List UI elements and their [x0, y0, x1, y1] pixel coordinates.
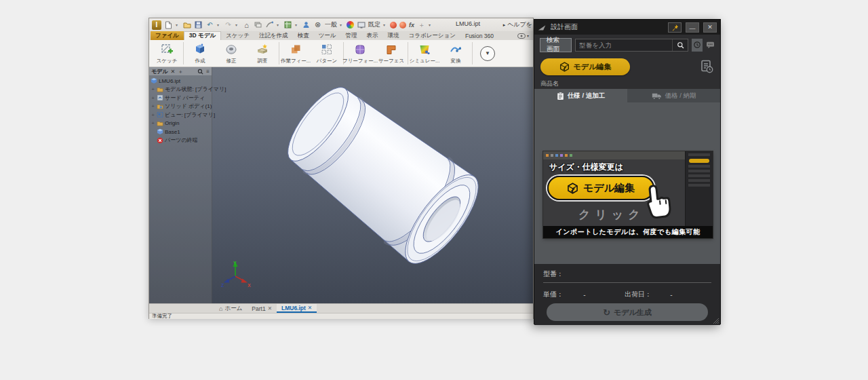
- doc-tab-home[interactable]: ⌂ ホーム: [214, 304, 247, 313]
- ribbon-button-work-features[interactable]: 作業フィー...: [280, 40, 311, 66]
- doc-tab-lmu6[interactable]: LMU6.ipt ✕: [277, 304, 317, 313]
- tree-item-end-of-part[interactable]: パーツの終端: [149, 136, 212, 145]
- color-wheel-icon[interactable]: [347, 21, 354, 28]
- browser-tree: LMU6.ipt + モデル状態: [プライマリ] + サード パーティ + ソ…: [149, 75, 212, 145]
- help-label[interactable]: ヘルプを: [507, 20, 532, 29]
- tab-fusion360[interactable]: Fusion 360: [460, 31, 498, 40]
- tree-item-solid-bodies[interactable]: + ソリッド ボディ(1): [149, 102, 212, 111]
- home-tab-icon: ⌂: [219, 305, 222, 312]
- tree-item-base1[interactable]: Base1: [149, 128, 212, 136]
- close-button[interactable]: ✕: [703, 22, 717, 33]
- tab-price[interactable]: 価格 / 納期: [627, 89, 720, 102]
- tab-environments[interactable]: 環境: [383, 31, 404, 40]
- undo-caret-icon[interactable]: ▾: [217, 22, 221, 27]
- tree-item-view[interactable]: + ビュー: [プライマリ]: [149, 111, 212, 119]
- tab-sketch[interactable]: スケッチ: [221, 31, 254, 40]
- tabrow-camera-control[interactable]: ▾: [517, 31, 533, 40]
- ribbon-button-create[interactable]: 作成: [184, 40, 216, 66]
- browser-close-icon[interactable]: ✕: [171, 69, 176, 75]
- close-tab-icon[interactable]: ✕: [308, 305, 312, 311]
- model-edit-button[interactable]: モデル編集: [540, 58, 630, 75]
- new-caret-icon[interactable]: ▾: [176, 22, 180, 27]
- display-icon[interactable]: [357, 20, 366, 29]
- search-submit-button[interactable]: [672, 39, 688, 51]
- ribbon-expand-button[interactable]: ▼: [480, 46, 495, 61]
- redo-icon[interactable]: ↷: [224, 20, 233, 29]
- expander-icon[interactable]: +: [151, 112, 155, 118]
- ribbon-button-simulation[interactable]: シミュレー...: [409, 40, 440, 66]
- ribbon-separator: [472, 42, 473, 64]
- appearance-dropdown[interactable]: 既定: [368, 20, 380, 29]
- tab-collaborate[interactable]: コラボレーション: [404, 31, 460, 40]
- tab-tools[interactable]: ツール: [314, 31, 341, 40]
- document-history-button[interactable]: [699, 59, 714, 74]
- redo-caret-icon[interactable]: ▾: [235, 22, 239, 27]
- user-icon[interactable]: [302, 20, 311, 29]
- layers-icon[interactable]: [254, 20, 262, 29]
- promo-mini-panel: [685, 151, 713, 226]
- model-edit-promo-banner[interactable]: サイズ・仕様変更は モデル編集 クリック インポートしたモデルは、何度でも編集可…: [543, 151, 713, 238]
- pin-button[interactable]: [668, 22, 682, 33]
- inventor-logo-icon[interactable]: I: [152, 20, 161, 30]
- browser-menu-icon[interactable]: ≡: [206, 69, 210, 75]
- ribbon-button-sketch[interactable]: スケッチ: [151, 40, 182, 66]
- ribbon-button-freeform[interactable]: フリーフォー...: [344, 40, 376, 66]
- ribbon-button-modify[interactable]: 修正: [216, 40, 247, 66]
- tree-item-model-states[interactable]: + モデル状態: [プライマリ]: [149, 86, 212, 94]
- expander-icon[interactable]: +: [151, 86, 155, 92]
- default-caret-icon[interactable]: ▾: [383, 22, 387, 27]
- material-dropdown[interactable]: 一般: [325, 20, 337, 29]
- general-caret-icon[interactable]: ▾: [340, 22, 344, 27]
- sweep-icon[interactable]: [265, 20, 274, 29]
- tree-item-root[interactable]: LMU6.ipt: [149, 77, 212, 86]
- wheel-icon[interactable]: ⊗: [313, 20, 322, 29]
- tree-item-third-party[interactable]: + サード パーティ: [149, 94, 212, 102]
- tab-inspect[interactable]: 検査: [293, 31, 314, 40]
- qat-caret-icon[interactable]: ▾: [429, 22, 433, 27]
- ribbon-button-convert[interactable]: 変換: [440, 40, 471, 66]
- viewport-3d[interactable]: モデル ✕ ＋ ≡ LMU6.ipt + モデル状態: [プライマリ] +: [149, 67, 533, 303]
- comment-button[interactable]: [706, 41, 715, 49]
- home-icon[interactable]: ⌂: [242, 20, 251, 29]
- browser-search-icon[interactable]: [197, 69, 203, 75]
- appearance-orb-icon[interactable]: [390, 22, 397, 28]
- ribbon-button-pattern[interactable]: パターン: [311, 40, 342, 66]
- help-area[interactable]: ▸ヘルプを: [503, 20, 532, 29]
- undo-icon[interactable]: ↶: [205, 20, 214, 29]
- tab-spec[interactable]: 仕様 / 追加工: [534, 89, 627, 102]
- panel-footer: 型番： 単価： - 出荷日： - ↻ モデル生成: [534, 264, 720, 325]
- part-number-input[interactable]: [576, 39, 672, 51]
- panel-title: 設計画面: [551, 22, 578, 32]
- tab-manage[interactable]: 管理: [341, 31, 362, 40]
- ribbon-button-inspect[interactable]: 調査: [247, 40, 278, 66]
- close-tab-icon[interactable]: ✕: [268, 305, 272, 311]
- browser-add-icon[interactable]: ＋: [178, 68, 183, 75]
- search-screen-button[interactable]: 検索画面: [540, 38, 572, 52]
- generate-model-button[interactable]: ↻ モデル生成: [547, 303, 708, 321]
- model-browser: モデル ✕ ＋ ≡ LMU6.ipt + モデル状態: [プライマリ] +: [149, 67, 212, 303]
- new-document-icon[interactable]: [164, 20, 173, 29]
- history-button[interactable]: [692, 39, 703, 52]
- tab-view[interactable]: 表示: [362, 31, 383, 40]
- expander-icon[interactable]: +: [151, 95, 155, 101]
- promo-caption-text: インポートしたモデルは、何度でも編集可能: [556, 227, 701, 237]
- tab-3d-model[interactable]: 3D モデル: [184, 31, 221, 40]
- tree-item-origin[interactable]: + Origin: [149, 119, 212, 128]
- material-icon[interactable]: [283, 20, 292, 29]
- tab-file[interactable]: ファイル: [151, 31, 184, 40]
- save-icon[interactable]: [194, 20, 203, 29]
- appearance-orb2-icon[interactable]: [399, 22, 406, 28]
- doc-tab-part1[interactable]: Part1 ✕: [247, 304, 277, 313]
- resize-grip[interactable]: [713, 318, 719, 324]
- parameters-fx-icon[interactable]: fx: [409, 22, 414, 28]
- ribbon-button-surface[interactable]: サーフェス: [376, 40, 407, 66]
- open-icon[interactable]: [182, 20, 191, 29]
- minimize-button[interactable]: —: [686, 22, 699, 33]
- tab-annotate[interactable]: 注記を作成: [254, 31, 293, 40]
- sweep-caret-icon[interactable]: ▾: [277, 22, 281, 27]
- promo-click-text: クリック: [578, 207, 645, 223]
- material-caret-icon[interactable]: ▾: [295, 22, 299, 27]
- qat-add-icon[interactable]: ＋: [417, 20, 426, 29]
- expander-icon[interactable]: +: [151, 120, 155, 126]
- expander-icon[interactable]: +: [151, 103, 155, 109]
